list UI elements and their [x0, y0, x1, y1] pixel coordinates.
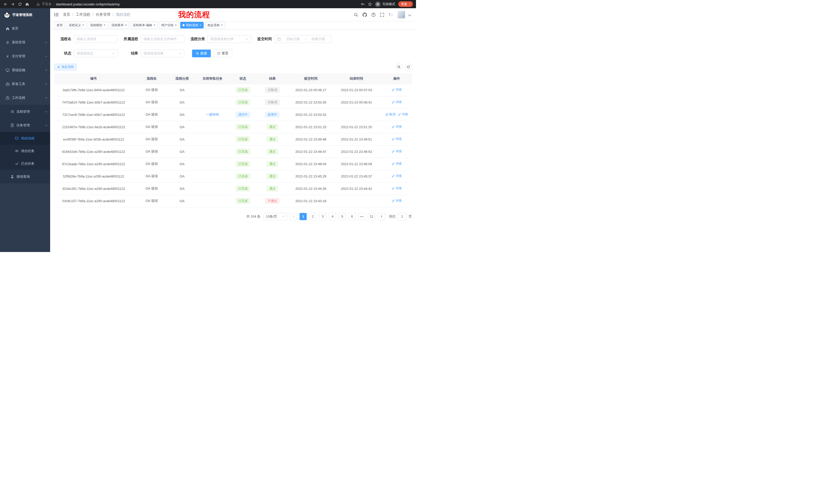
- page-button-2[interactable]: 2: [309, 213, 316, 220]
- result-select[interactable]: 请选择流结果: [141, 50, 184, 57]
- breadcrumb-item-home[interactable]: 首页: [63, 12, 70, 17]
- page-button-5[interactable]: 5: [339, 213, 346, 220]
- search-button[interactable]: 搜索: [192, 50, 211, 57]
- tab-4[interactable]: 流程表单-编辑×: [130, 22, 158, 29]
- more-pages-button[interactable]: •••: [358, 213, 365, 220]
- reset-button[interactable]: 重置: [213, 50, 232, 57]
- tab-7[interactable]: 发起流程×: [205, 22, 225, 29]
- page-button-4[interactable]: 4: [329, 213, 336, 220]
- github-icon[interactable]: [363, 12, 367, 17]
- prev-page-button[interactable]: [290, 213, 297, 220]
- placeholder-text: 请选择流程分类: [210, 37, 234, 41]
- home-button[interactable]: [24, 1, 30, 7]
- task-link[interactable]: 一级审批: [206, 112, 219, 117]
- help-icon[interactable]: [371, 12, 375, 17]
- result-tag: 已取消: [265, 100, 280, 105]
- tab-2[interactable]: 流程模型×: [88, 22, 108, 29]
- page-button-1[interactable]: 1: [300, 213, 307, 220]
- goto-page-input[interactable]: 1: [398, 213, 407, 220]
- tab-3[interactable]: 流程表单×: [109, 22, 129, 29]
- star-icon[interactable]: [368, 2, 372, 6]
- sidebar-item-3[interactable]: 基础设施: [0, 63, 50, 77]
- status-tag: 已完成: [236, 87, 250, 93]
- app-logo[interactable]: 芋道管理系统: [0, 8, 50, 22]
- sidebar-item-0[interactable]: 首页: [0, 22, 50, 35]
- home-icon: [25, 2, 29, 6]
- tab-1[interactable]: 流程定义×: [66, 22, 86, 29]
- cell-id: 7317cec6-7b9b-11ec-b5b7-acde48001122: [54, 108, 133, 121]
- update-button[interactable]: 更新 ⋮: [398, 1, 413, 7]
- refresh-button[interactable]: [405, 63, 412, 71]
- sidebar-item-11[interactable]: 请假查询: [0, 170, 50, 184]
- next-page-button[interactable]: [378, 213, 385, 220]
- cell-category: OA: [171, 108, 193, 121]
- sidebar-fold-icon[interactable]: [54, 12, 59, 17]
- cell-task: 一级审批: [193, 108, 231, 121]
- detail-link[interactable]: 详情: [392, 149, 401, 153]
- fontsize-icon[interactable]: TT: [389, 12, 393, 17]
- sidebar-item-2[interactable]: ¥支付管理: [0, 49, 50, 63]
- sidebar-item-4[interactable]: 研发工具: [0, 77, 50, 91]
- breadcrumb-item-task[interactable]: 任务管理: [96, 12, 110, 17]
- close-icon[interactable]: ×: [82, 24, 84, 27]
- search-toggle-button[interactable]: [395, 63, 402, 71]
- cell-end-time: [331, 195, 382, 207]
- cell-task: [193, 133, 231, 145]
- search-icon[interactable]: [354, 12, 358, 17]
- sidebar-item-9[interactable]: 待办任务: [0, 145, 50, 157]
- detail-link[interactable]: 详情: [392, 186, 401, 191]
- sidebar-item-8[interactable]: 我的流程: [0, 132, 50, 145]
- page-button-6[interactable]: 6: [348, 213, 356, 220]
- cell-actions: 详情: [382, 158, 412, 170]
- sidebar-item-1[interactable]: 系统管理: [0, 35, 50, 49]
- detail-link[interactable]: 详情: [392, 174, 401, 178]
- detail-link[interactable]: 详情: [392, 162, 401, 166]
- close-icon[interactable]: ×: [154, 24, 155, 27]
- forward-button[interactable]: [9, 1, 16, 7]
- detail-link[interactable]: 详情: [392, 124, 401, 129]
- close-icon[interactable]: ×: [200, 24, 201, 27]
- tab-label: 首页: [57, 23, 63, 27]
- back-button[interactable]: [2, 1, 9, 7]
- tab-5[interactable]: 用户分组×: [159, 22, 179, 29]
- sidebar-item-5[interactable]: 工作流程: [0, 91, 50, 105]
- status-select[interactable]: 请选择状态: [74, 50, 118, 57]
- tab-0[interactable]: 首页: [54, 22, 65, 29]
- page-button-3[interactable]: 3: [319, 213, 326, 220]
- detail-link[interactable]: 详情: [392, 88, 401, 92]
- reload-button[interactable]: [17, 1, 23, 7]
- process-name-input[interactable]: 请输入流程名: [74, 35, 118, 43]
- chevron-down-icon[interactable]: [408, 13, 412, 18]
- cancel-link[interactable]: 取消: [385, 112, 395, 117]
- submit-time-range-picker[interactable]: 开始日期 - 结束日期: [274, 35, 331, 43]
- sidebar-item-10[interactable]: 已办任务: [0, 157, 50, 170]
- detail-link[interactable]: 详情: [398, 112, 408, 117]
- avatar[interactable]: [397, 11, 405, 19]
- close-icon[interactable]: ×: [221, 24, 223, 27]
- table-toolbar: [395, 63, 412, 71]
- detail-link[interactable]: 详情: [392, 199, 401, 203]
- page-size-select[interactable]: 10条/页: [263, 213, 287, 220]
- create-process-button[interactable]: 发起流程: [54, 64, 77, 71]
- close-icon[interactable]: ×: [125, 24, 127, 27]
- tab-6[interactable]: 我的流程×: [180, 22, 204, 29]
- close-icon[interactable]: ×: [175, 24, 177, 27]
- detail-link[interactable]: 详情: [392, 100, 401, 104]
- page-button-11[interactable]: 11: [368, 213, 375, 220]
- cell-end-time: 2022-01-22 23:44:42: [331, 183, 382, 195]
- address-bar[interactable]: 不安全 dashboard.yudao.iocoder.cn/bpm/task/…: [33, 1, 358, 7]
- status-tag: 已完成: [236, 149, 250, 155]
- cell-name: OA 请假: [133, 133, 171, 145]
- key-icon[interactable]: [361, 2, 365, 6]
- breadcrumb-item-workflow[interactable]: 工作流程: [76, 12, 90, 17]
- sidebar-item-6[interactable]: 流程管理: [0, 105, 50, 118]
- sidebar-item-7[interactable]: 任务管理: [0, 118, 50, 132]
- category-select[interactable]: 请选择流程分类: [207, 35, 251, 43]
- detail-link[interactable]: 详情: [392, 137, 401, 141]
- close-icon[interactable]: ×: [104, 24, 105, 27]
- owner-process-input[interactable]: 请输入流程定义的编号: [141, 35, 184, 43]
- menu-dots-icon[interactable]: ⋮: [408, 2, 411, 6]
- submit-time-label: 提交时间: [255, 37, 274, 41]
- incognito-badge: 无痕模式: [375, 2, 395, 7]
- fullscreen-icon[interactable]: [380, 12, 384, 17]
